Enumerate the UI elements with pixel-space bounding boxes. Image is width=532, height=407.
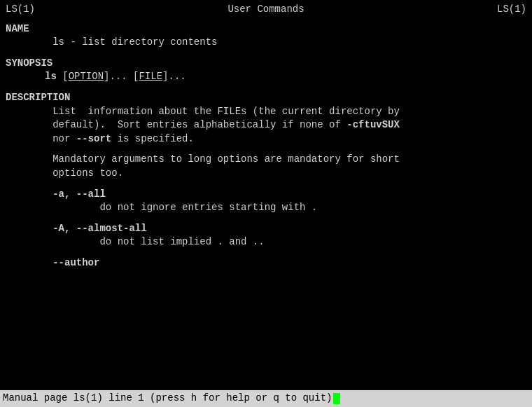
description-para1-line1: List information about the FILEs (the cu… bbox=[6, 105, 526, 119]
cftuvSUX-option: -cftuvSUX bbox=[346, 119, 400, 130]
option-A-block: -A, --almost-all do not list implied . a… bbox=[6, 222, 526, 249]
option-a-block: -a, --all do not ignore entries starting… bbox=[6, 188, 526, 215]
status-bar-text: Manual page ls(1) line 1 (press h for he… bbox=[3, 392, 332, 406]
description-para2-line2: options too. bbox=[6, 167, 526, 181]
option-author-label: --author bbox=[6, 256, 526, 270]
synopsis-content: ls [OPTION]... [FILE]... bbox=[6, 70, 526, 84]
man-page-header: LS(1) User Commands LS(1) bbox=[6, 3, 526, 17]
option-A-desc: do not list implied . and .. bbox=[6, 235, 526, 249]
description-para2-line1: Mandatory arguments to long options are … bbox=[6, 153, 526, 167]
option-a-label: -a, --all bbox=[6, 188, 526, 202]
description-para2: Mandatory arguments to long options are … bbox=[6, 153, 526, 180]
description-title: DESCRIPTION bbox=[6, 91, 526, 105]
header-center: User Commands bbox=[227, 3, 304, 17]
terminal: LS(1) User Commands LS(1) NAME ls - list… bbox=[0, 0, 532, 407]
option-A-label: -A, --almost-all bbox=[6, 222, 526, 236]
description-para1: List information about the FILEs (the cu… bbox=[6, 105, 526, 146]
synopsis-ls: ls bbox=[45, 71, 57, 82]
section-synopsis: SYNOPSIS ls [OPTION]... [FILE]... bbox=[6, 57, 526, 84]
section-name: NAME ls - list directory contents bbox=[6, 22, 526, 50]
status-bar: Manual page ls(1) line 1 (press h for he… bbox=[0, 390, 532, 407]
name-content: ls - list directory contents bbox=[6, 36, 526, 50]
header-right: LS(1) bbox=[497, 3, 526, 17]
name-title: NAME bbox=[6, 22, 526, 36]
description-para1-line2: default). Sort entries alphabetically if… bbox=[6, 118, 526, 132]
sort-option: --sort bbox=[76, 133, 111, 144]
description-para1-line3: nor --sort is specified. bbox=[6, 132, 526, 146]
option-author-block: --author bbox=[6, 256, 526, 270]
header-left: LS(1) bbox=[6, 3, 35, 17]
option-a-desc: do not ignore entries starting with . bbox=[6, 201, 526, 215]
section-description: DESCRIPTION List information about the F… bbox=[6, 91, 526, 270]
synopsis-file: FILE bbox=[139, 71, 162, 82]
synopsis-option: OPTION bbox=[69, 71, 104, 82]
synopsis-title: SYNOPSIS bbox=[6, 57, 526, 71]
terminal-cursor bbox=[333, 393, 340, 404]
